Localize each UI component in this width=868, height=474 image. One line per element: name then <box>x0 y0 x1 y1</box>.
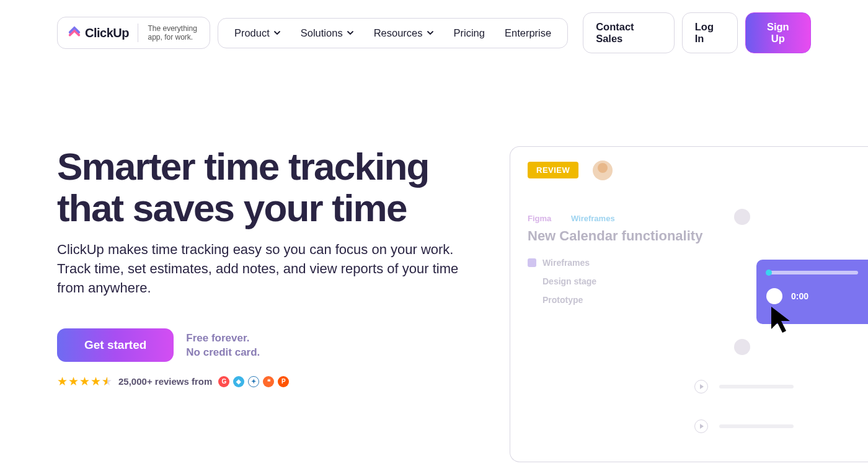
producthunt-icon: P <box>278 376 289 387</box>
hero-headline: Smarter time tracking that saves your ti… <box>57 146 485 229</box>
timer-play-button <box>766 288 782 304</box>
nav-pricing-label: Pricing <box>454 27 485 39</box>
mock-track-item <box>694 380 794 393</box>
getapp-icon: ◆ <box>233 376 244 387</box>
star-icon: ★ <box>68 374 79 388</box>
star-icon: ★ <box>79 374 90 388</box>
top-nav: ClickUp The everything app, for work. Pr… <box>0 0 868 53</box>
signup-button[interactable]: Sign Up <box>745 12 811 53</box>
nav-solutions[interactable]: Solutions <box>291 19 364 48</box>
chevron-down-icon <box>273 29 281 37</box>
get-started-label: Get started <box>84 338 146 351</box>
nav-enterprise-label: Enterprise <box>505 27 551 39</box>
login-label: Log In <box>695 21 725 45</box>
hero-subhead: ClickUp makes time tracking easy so you … <box>57 240 466 297</box>
star-icon: ★ <box>57 374 68 388</box>
star-icon: ★ <box>91 374 101 388</box>
nav-enterprise[interactable]: Enterprise <box>495 19 561 48</box>
timer-progress-bar <box>766 271 858 274</box>
play-icon <box>694 380 708 393</box>
signup-label: Sign Up <box>767 21 789 44</box>
cta-note-line2: No credit card. <box>186 345 260 360</box>
mock-track-item <box>694 419 794 433</box>
placeholder-line <box>719 424 794 428</box>
mock-app-card: REVIEW Figma Wireframes New Calendar fun… <box>510 146 868 462</box>
review-badge: REVIEW <box>528 162 578 178</box>
chevron-down-icon <box>427 29 434 37</box>
review-source-icons: G ◆ ✦ ❝ P <box>218 376 289 387</box>
star-rating: ★ ★ ★ ★ ★ <box>57 374 112 388</box>
nav-resources[interactable]: Resources <box>364 19 444 48</box>
nav-product-label: Product <box>234 27 270 39</box>
hero-copy: Smarter time tracking that saves your ti… <box>57 146 485 388</box>
cta-note: Free forever. No credit card. <box>186 331 260 361</box>
mock-tag-figma: Figma <box>528 214 551 223</box>
contact-sales-label: Contact Sales <box>596 21 662 45</box>
play-icon <box>694 419 708 433</box>
star-half-icon: ★ <box>102 374 112 388</box>
mock-task-title: New Calendar functionality <box>528 228 868 244</box>
reviews-text: 25,000+ reviews from <box>118 376 212 387</box>
mock-tags: Figma Wireframes <box>528 214 868 223</box>
brand-logo: ClickUp <box>68 26 129 40</box>
g2-icon: G <box>218 376 229 387</box>
reviews-row: ★ ★ ★ ★ ★ 25,000+ reviews from G ◆ ✦ ❝ P <box>57 374 485 388</box>
cursor-icon <box>769 305 796 335</box>
nav-pricing[interactable]: Pricing <box>444 19 495 48</box>
main-menu: Product Solutions Resources Pricing Ente… <box>218 18 568 48</box>
chevron-down-icon <box>347 29 354 37</box>
cta-note-line1: Free forever. <box>186 331 260 346</box>
cta-row: Get started Free forever. No credit card… <box>57 328 485 362</box>
hero-illustration: REVIEW Figma Wireframes New Calendar fun… <box>510 146 868 462</box>
brand-name: ClickUp <box>85 26 129 40</box>
mock-tag-wireframes: Wireframes <box>571 214 615 223</box>
brand-box[interactable]: ClickUp The everything app, for work. <box>57 17 210 49</box>
trustradius-icon: ❝ <box>263 376 274 387</box>
contact-sales-button[interactable]: Contact Sales <box>583 12 675 53</box>
placeholder-line <box>719 385 794 388</box>
brand-divider <box>138 24 138 42</box>
capterra-icon: ✦ <box>248 376 259 387</box>
get-started-button[interactable]: Get started <box>57 328 174 362</box>
login-button[interactable]: Log In <box>682 12 738 53</box>
brand-tagline: The everything app, for work. <box>148 24 200 42</box>
nav-product[interactable]: Product <box>224 19 291 48</box>
hero-section: Smarter time tracking that saves your ti… <box>0 53 868 462</box>
nav-resources-label: Resources <box>374 27 423 39</box>
trusted-by-heading: Trusted by 2 million+ teams <box>0 462 868 474</box>
timer-value: 0:00 <box>791 291 808 301</box>
avatar <box>734 209 750 225</box>
avatar <box>593 160 613 180</box>
clickup-logo-icon <box>68 26 81 40</box>
nav-solutions-label: Solutions <box>301 27 343 39</box>
avatar <box>734 339 750 355</box>
